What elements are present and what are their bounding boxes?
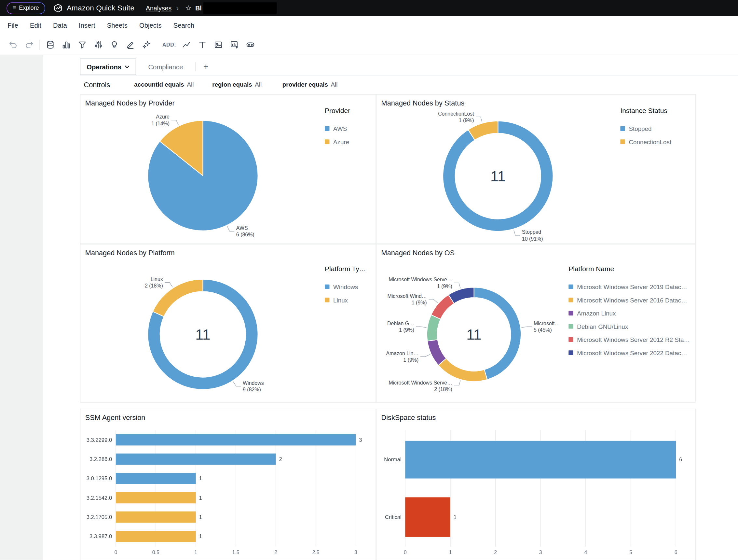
legend-label: Windows xyxy=(333,283,358,290)
hamburger-icon: ≡ xyxy=(13,5,16,11)
toolbar-divider xyxy=(40,40,40,50)
visual-title: Managed Nodes by Provider xyxy=(85,99,175,107)
add-sheet-button[interactable]: + xyxy=(196,58,216,75)
legend-item-win2012r2[interactable]: Microsoft Windows Server 2012 R2 Sta… xyxy=(569,333,690,346)
svg-text:3.2.1705.0: 3.2.1705.0 xyxy=(86,514,112,520)
svg-text:1: 1 xyxy=(449,550,452,555)
legend-item-win2016[interactable]: Microsoft Windows Server 2016 Datac… xyxy=(569,293,690,307)
svg-text:4: 4 xyxy=(584,550,587,555)
calculated-field-pen-icon[interactable] xyxy=(125,40,135,49)
favorite-star-icon[interactable]: ☆ xyxy=(185,4,191,12)
ssm-agent-bar-chart[interactable]: 00.511.522.533.3.2299.033.2.286.023.0.12… xyxy=(80,409,376,560)
add-line-chart-icon[interactable] xyxy=(181,40,191,49)
control-provider-name: provider equals xyxy=(283,81,328,88)
insights-icon[interactable] xyxy=(110,40,119,49)
legend-item-win2022[interactable]: Microsoft Windows Server 2022 Datac… xyxy=(569,346,690,359)
legend-item-aws[interactable]: AWS xyxy=(325,122,350,135)
svg-text:Normal: Normal xyxy=(384,457,402,463)
visual-managed-nodes-by-provider[interactable]: Managed Nodes by Provider AWS6 (86%)Azur… xyxy=(80,94,376,244)
add-text-icon[interactable] xyxy=(198,40,207,49)
explore-label: Explore xyxy=(19,5,39,11)
legend-item-linux[interactable]: Linux xyxy=(325,293,366,307)
legend-item-azure[interactable]: Azure xyxy=(325,135,350,149)
breadcrumb-analyses-link[interactable]: Analyses xyxy=(146,5,171,12)
svg-text:Critical: Critical xyxy=(385,514,402,520)
svg-text:1 (9%): 1 (9%) xyxy=(437,284,452,289)
legend-swatch xyxy=(569,337,573,342)
svg-text:11: 11 xyxy=(195,326,211,343)
chevron-down-icon xyxy=(125,65,129,68)
menu-sheets[interactable]: Sheets xyxy=(107,22,127,29)
legend-swatch xyxy=(620,139,625,144)
legend-item-windows[interactable]: Windows xyxy=(325,280,366,294)
tab-compliance[interactable]: Compliance xyxy=(136,58,195,75)
legend-title: Platform Name xyxy=(569,265,690,273)
svg-text:Amazon Lin…: Amazon Lin… xyxy=(386,351,418,356)
menu-file[interactable]: File xyxy=(7,22,18,29)
diskspace-bar-chart[interactable]: 0123456Normal6Critical1 xyxy=(376,409,695,560)
menu-data[interactable]: Data xyxy=(53,22,67,29)
svg-text:AWS: AWS xyxy=(236,225,248,231)
legend-swatch xyxy=(569,311,573,315)
app-title: Amazon Quick Suite xyxy=(67,4,134,12)
visual-ssm-agent-version[interactable]: SSM Agent version 00.511.522.533.3.2299.… xyxy=(80,409,376,560)
embed-icon[interactable] xyxy=(246,40,255,49)
legend-item-amazon-linux[interactable]: Amazon Linux xyxy=(569,307,690,320)
menu-edit[interactable]: Edit xyxy=(30,22,41,29)
add-visual-icon[interactable] xyxy=(230,40,239,49)
undo-icon[interactable] xyxy=(8,40,18,49)
visual-managed-nodes-by-status[interactable]: Managed Nodes by Status Stopped10 (91%)C… xyxy=(376,94,696,244)
legend-label: Stopped xyxy=(629,125,652,132)
breadcrumb-chevron-icon: › xyxy=(176,4,178,12)
menu-search[interactable]: Search xyxy=(173,22,194,29)
menu-insert[interactable]: Insert xyxy=(79,22,95,29)
visual-managed-nodes-by-platform[interactable]: Managed Nodes by Platform Windows9 (82%)… xyxy=(80,244,376,402)
control-provider-value: All xyxy=(331,81,338,88)
legend-item-win2019[interactable]: Microsoft Windows Server 2019 Datac… xyxy=(569,280,690,294)
svg-text:Microsoft Windows Serve…: Microsoft Windows Serve… xyxy=(389,380,452,385)
control-region[interactable]: region equalsAll xyxy=(212,81,262,88)
legend-item-stopped[interactable]: Stopped xyxy=(620,122,671,135)
legend-swatch xyxy=(569,350,573,355)
svg-text:3.3.987.0: 3.3.987.0 xyxy=(89,533,112,540)
svg-text:5: 5 xyxy=(629,550,632,555)
explore-button[interactable]: ≡ Explore xyxy=(7,2,45,14)
parameters-icon[interactable] xyxy=(94,40,103,49)
control-accountid[interactable]: accountid equalsAll xyxy=(134,81,194,88)
legend-item-connectionlost[interactable]: ConnectionLost xyxy=(620,135,671,149)
os-legend: Platform Name Microsoft Windows Server 2… xyxy=(569,265,690,359)
svg-text:1 (9%): 1 (9%) xyxy=(459,117,474,123)
svg-text:2: 2 xyxy=(494,550,497,555)
svg-text:1: 1 xyxy=(454,514,456,520)
controls-label[interactable]: Controls xyxy=(84,80,110,88)
legend-swatch xyxy=(569,285,573,289)
svg-text:Windows: Windows xyxy=(243,380,264,386)
menu-objects[interactable]: Objects xyxy=(139,22,162,29)
tab-operations[interactable]: Operations xyxy=(80,58,136,75)
svg-text:Microsoft…: Microsoft… xyxy=(534,321,560,326)
svg-text:2 (18%): 2 (18%) xyxy=(434,386,452,392)
visual-title: Managed Nodes by OS xyxy=(381,249,455,257)
visual-types-icon[interactable] xyxy=(61,40,71,49)
svg-text:2: 2 xyxy=(274,550,277,555)
control-accountid-name: accountid equals xyxy=(134,81,184,88)
svg-text:Microsoft Wind…: Microsoft Wind… xyxy=(388,293,427,299)
filter-icon[interactable] xyxy=(78,40,87,49)
legend-title: Instance Status xyxy=(620,107,671,114)
control-provider[interactable]: provider equalsAll xyxy=(283,81,338,88)
visual-managed-nodes-by-os[interactable]: Managed Nodes by OS Microsoft…5 (45%)Mic… xyxy=(376,244,696,402)
svg-text:Linux: Linux xyxy=(151,276,163,282)
svg-text:Stopped: Stopped xyxy=(522,229,541,235)
sparkle-q-icon[interactable] xyxy=(141,40,151,49)
quick-suite-logo-icon[interactable] xyxy=(53,3,63,13)
redo-icon[interactable] xyxy=(24,40,34,49)
svg-text:0.5: 0.5 xyxy=(152,550,159,555)
tab-operations-label: Operations xyxy=(86,63,121,70)
legend-item-debian[interactable]: Debian GNU/Linux xyxy=(569,320,690,333)
visual-diskspace-status[interactable]: DiskSpace status 0123456Normal6Critical1 xyxy=(376,409,696,560)
svg-text:3.0.1295.0: 3.0.1295.0 xyxy=(86,475,112,482)
legend-swatch xyxy=(325,139,329,144)
legend-swatch xyxy=(325,126,329,131)
dataset-icon[interactable] xyxy=(46,40,55,49)
add-image-icon[interactable] xyxy=(214,40,223,49)
